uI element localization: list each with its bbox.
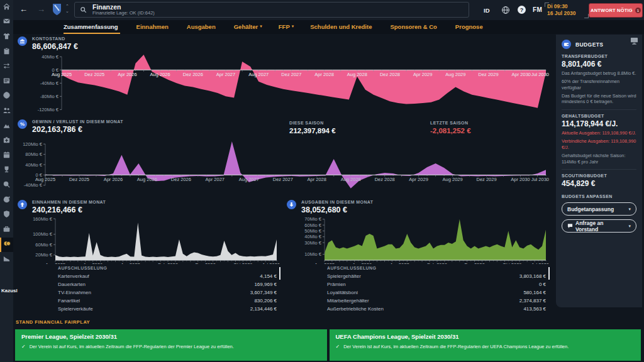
svg-text:120Mio €: 120Mio € [23, 141, 43, 147]
club-crest[interactable] [52, 3, 62, 16]
ffp-card[interactable]: Premier League, Spielzeit 2030/31 ✓ Der … [15, 329, 327, 361]
sidebar-item[interactable] [0, 89, 13, 104]
question-icon[interactable]: ? [518, 6, 526, 14]
home-icon [3, 2, 11, 13]
alert-count-badge: 1 [635, 8, 641, 13]
balance-chart: 40Mio €0 €-40Mio €-80Mio €-120Mio €Aug 2… [15, 51, 550, 115]
svg-text:Aug 2027: Aug 2027 [239, 177, 259, 182]
panel-selector-chevrons[interactable]: ⌃ ⌄ [65, 4, 69, 13]
answer-needed-button[interactable]: ANTWORT NÖTIG 1 [589, 3, 643, 18]
svg-text:Aug 2029: Aug 2029 [445, 72, 465, 77]
svg-text:Okt 2029: Okt 2029 [233, 262, 252, 265]
check-icon: ✓ [21, 344, 26, 349]
svg-text:Apr 2027: Apr 2027 [390, 262, 409, 265]
svg-text:Apr 2029: Apr 2029 [413, 72, 432, 77]
svg-text:Dez 2028: Dez 2028 [465, 262, 485, 265]
svg-text:Apr 2029: Apr 2029 [409, 177, 428, 182]
breakdown-row: Spielerverkäufe2,134,446 € [58, 305, 277, 313]
svg-text:Dez 2025: Dez 2025 [84, 72, 104, 77]
last-season-value: -2,081,252 € [430, 127, 471, 134]
svg-text:Dez 2027: Dez 2027 [281, 72, 301, 77]
board-icon [3, 76, 11, 87]
sidebar-item[interactable] [0, 45, 13, 60]
breakdown-label: AUFSCHLÜSSELUNG [58, 266, 277, 270]
income-breakdown: AUFSCHLÜSSELUNG Kartenverkauf4,154 € Dau… [58, 266, 277, 314]
search-icon [3, 180, 11, 191]
sidebar-item[interactable] [0, 193, 13, 208]
balance-label: KONTOSTAND [32, 36, 78, 41]
svg-text:80Mio €: 80Mio € [25, 151, 43, 157]
transfer-budget-label: TRANSFERBUDGET [562, 54, 636, 58]
sidebar-item[interactable] [0, 0, 13, 15]
fm-finances-screen: ? Kazusl ← → ⌃ ⌄ Finanzen Finanzielle La… [0, 0, 644, 362]
svg-text:Aug 2025: Aug 2025 [314, 262, 335, 265]
bank-icon [18, 36, 27, 46]
svg-text:-40Mio €: -40Mio € [24, 182, 43, 188]
svg-text:40Mio €: 40Mio € [25, 162, 43, 168]
tab[interactable]: Schulden und Kredite [310, 20, 374, 34]
sidebar-item[interactable] [0, 148, 13, 163]
sidebar-item[interactable] [0, 74, 13, 89]
svg-text:Apr 2026: Apr 2026 [118, 72, 136, 77]
svg-text:Aug 2028: Aug 2028 [341, 177, 361, 182]
sidebar-item[interactable] [0, 133, 13, 148]
title-search-box[interactable]: Finanzen Finanzielle Lage: OK (ID:642) [74, 2, 469, 18]
sidebar-item[interactable] [0, 119, 13, 134]
svg-text:Aug 2025: Aug 2025 [52, 72, 72, 77]
sidebar-item[interactable] [0, 30, 13, 45]
board-request-dropdown[interactable]: Anfrage an Vorstand▾ [562, 219, 636, 233]
svg-text:20Mio €: 20Mio € [35, 252, 53, 258]
breakdown-row: Außerbetriebliche Kosten413,563 € [327, 305, 546, 313]
svg-text:Apr 2027: Apr 2027 [216, 72, 235, 77]
arrow-up-icon [18, 200, 27, 209]
sidebar-item[interactable] [0, 104, 13, 119]
budgets-header: BUDGETS [575, 41, 603, 48]
chevron-down-icon: ▾ [292, 24, 294, 29]
back-button[interactable]: ← [19, 4, 28, 14]
tab[interactable]: Sponsoren & Co [390, 20, 438, 34]
ffp-card[interactable]: UEFA Champions League, Spielzeit 2030/31… [330, 329, 641, 361]
ffp-card-title: UEFA Champions League, Spielzeit 2030/31 [336, 333, 635, 340]
monitor-icon[interactable] [630, 36, 638, 47]
tab[interactable]: Gehälter▾ [234, 20, 262, 34]
globe-icon [3, 90, 11, 102]
sidebar-item[interactable] [0, 15, 13, 30]
svg-text:Jun 2026: Jun 2026 [83, 262, 103, 265]
tab[interactable]: Prognose [455, 20, 485, 34]
balance-panel: KONTOSTAND 86,606,847 € 40Mio €0 €-40Mio… [15, 35, 551, 116]
budgets-panel: BUDGETS TRANSFERBUDGET 8,801,406 € Das A… [556, 35, 642, 307]
chevron-down-icon: ▾ [260, 24, 262, 29]
sidebar-item[interactable] [0, 59, 13, 74]
sidebar-item[interactable] [0, 222, 13, 238]
tab[interactable]: Zusammenfassung [64, 20, 120, 34]
percent-icon: % [18, 119, 27, 129]
globe-icon[interactable] [501, 6, 510, 14]
transfer-note: Das Anfangsbudget betrug 8.8Mio €. [562, 70, 636, 77]
svg-text:Aug 2029: Aug 2029 [443, 177, 463, 182]
wage-budget-value: 114,178,944 €/J. [562, 119, 636, 128]
inbox-icon [3, 16, 11, 28]
balance-value: 86,606,847 € [32, 42, 78, 51]
date-time-button[interactable]: Di 09:30 16 Jul 2030 [545, 3, 589, 18]
sidebar-item[interactable] [0, 163, 13, 178]
forward-button[interactable]: → [37, 4, 45, 14]
adjust-budgets-label: BUDGETS ANPASSEN [562, 194, 636, 199]
transfer-note: 60% der Transfereinnahmen verfügbar [562, 79, 636, 91]
check-icon: ✓ [336, 344, 340, 349]
tab[interactable]: Einnahmen [136, 20, 170, 34]
sidebar-item[interactable] [0, 238, 13, 253]
scrollbar-thumb[interactable] [548, 267, 550, 280]
id-button[interactable]: ID [484, 7, 490, 14]
current-date: 16 Jul 2030 [547, 10, 586, 17]
expenditure-chart: 70Mio €60Mio €50Mio €40Mio €30Mio €10Mio… [284, 215, 550, 264]
sidebar-item[interactable] [0, 252, 13, 267]
sidebar-item[interactable] [0, 207, 13, 222]
tab[interactable]: Ausgaben [187, 20, 218, 34]
sidebar-item[interactable] [0, 178, 13, 193]
tab[interactable]: FFP▾ [279, 20, 294, 34]
scouting-budget-label: SCOUTINGBUDGET [562, 173, 636, 178]
dynamics-icon [3, 121, 11, 132]
trophy-icon [3, 165, 11, 176]
budget-adjustment-dropdown[interactable]: Budgetanpassung▾ [562, 202, 636, 216]
scrollbar-thumb[interactable] [279, 267, 280, 280]
